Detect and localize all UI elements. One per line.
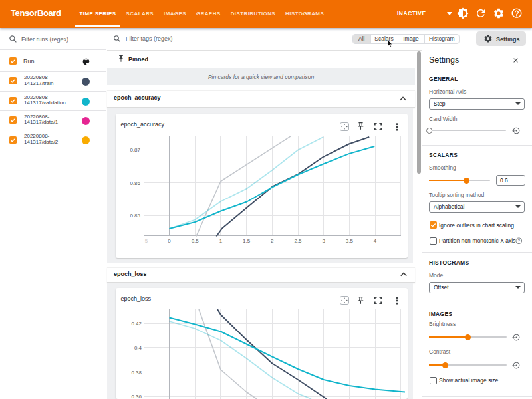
svg-text:?: ?	[517, 239, 519, 243]
svg-text:4: 4	[374, 237, 377, 243]
svg-text:0.4: 0.4	[134, 345, 142, 351]
svg-text:2.5: 2.5	[294, 237, 302, 243]
svg-text:3.5: 3.5	[346, 237, 354, 243]
svg-text:3: 3	[322, 237, 325, 243]
svg-text:0.5: 0.5	[192, 237, 200, 243]
svg-text:0.38: 0.38	[131, 370, 142, 376]
svg-text:0.36: 0.36	[131, 394, 142, 399]
svg-text:0.85: 0.85	[130, 213, 140, 219]
svg-text:0.42: 0.42	[131, 321, 142, 327]
svg-text:0.86: 0.86	[130, 180, 140, 186]
svg-text:5: 5	[145, 237, 148, 243]
svg-text:1: 1	[219, 237, 223, 243]
svg-text:0: 0	[168, 237, 171, 243]
svg-text:0.87: 0.87	[130, 147, 140, 153]
svg-text:2: 2	[271, 237, 274, 243]
svg-text:1.5: 1.5	[243, 237, 251, 243]
